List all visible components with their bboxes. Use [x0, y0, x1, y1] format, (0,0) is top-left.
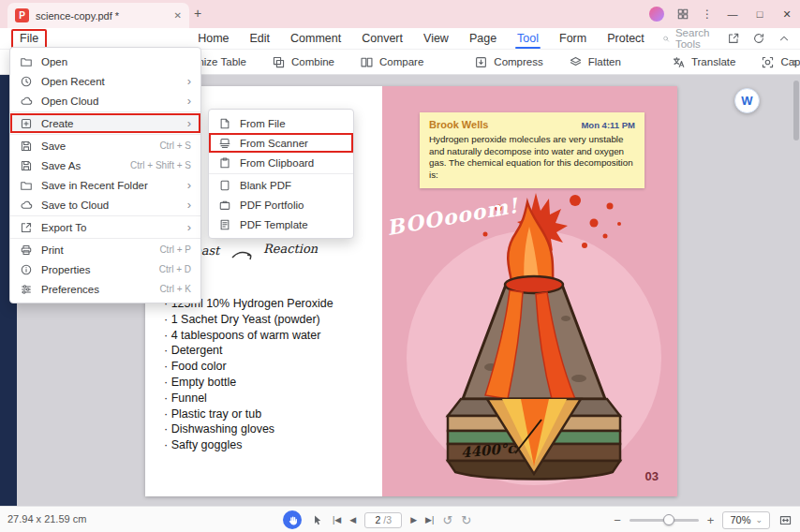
- page-number-input[interactable]: 2 /3: [364, 512, 402, 528]
- submenu-blank-pdf[interactable]: Blank PDF: [209, 175, 353, 195]
- sticky-note[interactable]: Brook Wells Mon 4:11 PM Hydrogen peroxid…: [420, 112, 644, 188]
- toolbar-scroll-right-icon[interactable]: ›: [793, 54, 797, 69]
- minimize-button[interactable]: —: [725, 8, 740, 20]
- printer-icon: [20, 244, 33, 257]
- zoom-slider[interactable]: [630, 519, 699, 522]
- first-page-button[interactable]: |◀: [333, 515, 341, 525]
- zoom-in-button[interactable]: +: [707, 513, 715, 527]
- collapse-toolbar-icon[interactable]: [778, 32, 791, 45]
- save-icon: [20, 140, 33, 153]
- new-tab-button[interactable]: +: [194, 6, 201, 21]
- menu-view[interactable]: View: [413, 28, 459, 49]
- list-item: Funnel: [164, 391, 333, 406]
- zoom-level-dropdown[interactable]: 70% ⌄: [722, 511, 770, 529]
- blank-page-icon: [218, 179, 231, 192]
- file-menu-properties[interactable]: Properties Ctrl + D: [10, 259, 200, 279]
- folder-icon: [20, 55, 33, 68]
- menu-item-label: PDF Portfolio: [240, 200, 344, 211]
- zoom-slider-thumb[interactable]: [663, 514, 674, 525]
- file-menu-preferences[interactable]: Preferences Ctrl + K: [10, 279, 200, 299]
- submenu-pdf-portfolio[interactable]: PDF Portfolio: [209, 195, 353, 214]
- menu-item-label: Properties: [41, 264, 151, 275]
- close-window-button[interactable]: ✕: [779, 8, 794, 21]
- menu-home[interactable]: Home: [187, 28, 239, 49]
- file-menu-create[interactable]: Create ›: [10, 113, 200, 133]
- file-menu-open-recent[interactable]: Open Recent ›: [10, 71, 200, 91]
- menu-file[interactable]: File: [11, 29, 47, 49]
- user-avatar[interactable]: [649, 7, 664, 22]
- menu-form[interactable]: Form: [549, 28, 597, 49]
- menu-protect[interactable]: Protect: [597, 28, 655, 49]
- total-pages: /3: [383, 514, 392, 525]
- page-number-label: 03: [645, 469, 659, 483]
- shortcut-label: Ctrl + S: [159, 140, 191, 151]
- export-word-widget[interactable]: W: [734, 88, 760, 113]
- list-item: 4 tablespoons of warm water: [164, 328, 333, 344]
- document-tab[interactable]: P science-copy.pdf * ✕: [7, 3, 189, 28]
- menu-divider: [10, 238, 200, 239]
- file-menu-save-as[interactable]: Save As Ctrl + Shift + S: [10, 155, 200, 175]
- list-item: 1 Sachet Dry Yeast (powder): [164, 312, 333, 328]
- next-page-button[interactable]: ▶: [410, 515, 417, 525]
- materials-list: 125ml 10% Hydrogen Peroxide 1 Sachet Dry…: [164, 296, 333, 453]
- menu-item-label: Preferences: [41, 284, 151, 295]
- submenu-arrow-icon: ›: [187, 75, 191, 87]
- file-menu-save-in-recent-folder[interactable]: Save in Recent Folder ›: [10, 175, 200, 195]
- tool-flatten[interactable]: Flatten: [569, 55, 621, 69]
- menu-tool[interactable]: Tool: [507, 28, 549, 49]
- shortcut-label: Ctrl + P: [159, 244, 191, 255]
- overflow-menu-icon[interactable]: ⋮: [702, 7, 713, 21]
- list-item: Detergent: [164, 343, 333, 359]
- combine-icon: [272, 55, 286, 69]
- list-item: Food color: [164, 359, 333, 375]
- file-menu-save[interactable]: Save Ctrl + S: [10, 136, 200, 155]
- tool-compare[interactable]: Compare: [360, 55, 423, 69]
- tool-label: Translate: [691, 56, 736, 67]
- file-menu-print[interactable]: Print Ctrl + P: [10, 240, 200, 259]
- file-menu-export-to[interactable]: Export To ›: [10, 217, 200, 237]
- zoom-level-value: 70%: [730, 514, 750, 525]
- select-cursor-icon[interactable]: [310, 513, 324, 527]
- search-tools-box[interactable]: Search Tools: [655, 25, 721, 52]
- menu-comment[interactable]: Comment: [280, 28, 351, 49]
- maximize-button[interactable]: □: [752, 8, 767, 20]
- cloud-upload-icon: [20, 199, 33, 212]
- list-item: Safty goggles: [164, 437, 333, 453]
- menu-item-label: From Clipboard: [240, 157, 344, 169]
- template-icon: [218, 218, 231, 231]
- menu-bar: File Home Edit Comment Convert View Page…: [0, 28, 800, 49]
- menu-item-label: Save: [41, 140, 151, 152]
- tool-compress[interactable]: Compress: [474, 55, 542, 69]
- share-window-icon[interactable]: [727, 32, 740, 45]
- pdfelement-logo: P: [15, 8, 29, 22]
- submenu-pdf-template[interactable]: PDF Template: [209, 214, 353, 234]
- sketch-arrow: [231, 248, 256, 260]
- menu-divider: [10, 134, 200, 135]
- vertical-scrollbar[interactable]: [793, 81, 799, 500]
- menu-edit[interactable]: Edit: [240, 28, 281, 49]
- hand-icon: [287, 514, 299, 526]
- shortcut-label: Ctrl + D: [159, 264, 191, 274]
- tool-combine[interactable]: Combine: [272, 55, 334, 69]
- rotate-left-icon[interactable]: ↺: [442, 513, 452, 527]
- sync-icon[interactable]: [752, 32, 765, 45]
- tool-translate[interactable]: Translate: [672, 55, 736, 69]
- previous-page-button[interactable]: ◀: [349, 515, 356, 525]
- submenu-from-scanner[interactable]: From Scanner: [209, 133, 353, 153]
- menu-page[interactable]: Page: [459, 28, 507, 49]
- hand-tool-button[interactable]: [283, 510, 302, 529]
- rotate-right-icon[interactable]: ↻: [461, 513, 471, 527]
- submenu-from-file[interactable]: From File: [209, 113, 353, 133]
- menu-convert[interactable]: Convert: [351, 28, 413, 49]
- grid-apps-icon[interactable]: [676, 7, 689, 21]
- file-menu-save-to-cloud[interactable]: Save to Cloud ›: [10, 195, 200, 214]
- fit-width-icon[interactable]: [778, 513, 793, 527]
- file-menu-open[interactable]: Open: [10, 52, 200, 71]
- close-tab-icon[interactable]: ✕: [174, 10, 182, 21]
- zoom-out-button[interactable]: −: [614, 513, 621, 527]
- submenu-from-clipboard[interactable]: From Clipboard: [209, 153, 353, 172]
- list-item: Empty bottle: [164, 375, 333, 391]
- file-menu-open-cloud[interactable]: Open Cloud ›: [10, 91, 200, 111]
- scrollbar-thumb[interactable]: [793, 81, 799, 140]
- last-page-button[interactable]: ▶|: [425, 515, 434, 525]
